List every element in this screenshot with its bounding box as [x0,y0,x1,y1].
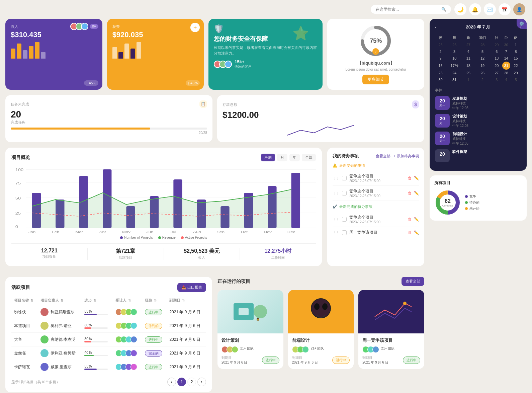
calendar-day[interactable]: 25 [435,42,446,48]
todo-edit-4[interactable]: ✏️ [414,230,419,235]
todo-checkbox-2[interactable] [342,191,347,195]
todo-delete-4[interactable]: 🗑 [408,230,412,235]
page-2-button[interactable]: 2 [187,378,196,386]
event-time: 中午 12:05 [452,141,521,146]
calendar-day[interactable]: 19 [474,62,491,70]
calendar-day[interactable]: 1 [463,76,474,83]
page-1-button[interactable]: 1 [177,378,186,386]
calendar-gear-button[interactable]: ⚙️ [517,19,527,29]
event-date-day: 周一 [438,139,447,143]
calendar-day[interactable]: 21 [502,62,510,70]
search-input[interactable] [375,7,439,12]
calendar-day[interactable]: 30 [502,42,510,48]
calendar-day[interactable]: 14 [502,55,510,62]
todo-delete-3[interactable]: 🗑 [408,217,412,222]
todo-delete-1[interactable]: 🗑 [408,176,412,180]
calendar-day[interactable]: 24 [446,70,463,76]
calendar-day[interactable]: 27 [491,70,502,76]
calendar-day[interactable]: 18 [463,62,474,70]
todo-delete-2[interactable]: 🗑 [408,191,412,195]
tab-year[interactable]: 年 [289,154,300,161]
calendar-day[interactable]: 23 [435,70,446,76]
tab-month[interactable]: 月 [277,154,287,161]
cal-next-button[interactable]: › [520,24,521,30]
export-report-button[interactable]: 📤 出口报告 [177,283,206,292]
calendar-day[interactable]: 5 [510,76,521,83]
todo-edit-3[interactable]: ✏️ [414,217,419,222]
calendar-day[interactable]: 15 [510,55,521,62]
todo-text-1: 竞争这个项目 2023-12-26 07:15:00 [349,173,405,183]
todo-checkbox-3[interactable] [342,217,347,222]
svg-point-42 [312,299,330,318]
theme-toggle-button[interactable]: 🌙 [454,3,466,15]
rp-assignee-3 [302,346,309,353]
rp-team-label: 21+ 团队 [311,346,324,353]
calendar-day[interactable]: 22 [510,62,521,70]
calendar-day[interactable]: 2 [474,76,491,83]
tab-all[interactable]: 全部 [302,154,316,161]
calendar-day[interactable]: 28 [502,70,510,76]
calendar-day[interactable]: 29 [510,70,521,76]
calendar-day[interactable]: 4 [463,48,474,55]
th-progress[interactable]: 进步 ⇅ [82,296,113,305]
expense-bar-chart [112,42,199,59]
calendar-day[interactable]: 3 [446,48,463,55]
calendar-day[interactable]: 27 [463,42,474,48]
next-page-button[interactable]: › [197,378,206,386]
mail-button[interactable]: ✉️ [484,3,496,15]
calendar-day[interactable]: 3 [491,76,502,83]
calendar-day[interactable]: 30 [435,76,446,83]
calendar-day[interactable]: 31 [446,76,463,83]
assignee-4 [130,322,137,329]
user-avatar-button[interactable]: 👤 [513,3,525,15]
calendar-day[interactable]: 26 [446,42,463,48]
stat-revenue-label: 收入 [164,255,240,260]
calendar-day[interactable]: 16 [435,62,446,70]
td-status: 进行中 [142,360,167,374]
todo-add-link[interactable]: + 添加待办事项 [394,154,419,159]
th-manager[interactable]: 项目负责人 ⇅ [38,296,82,305]
calendar-day[interactable]: 2 [435,48,446,55]
calendar-day[interactable]: 5 [474,48,491,55]
calendar-day[interactable]: 9 [435,55,446,62]
calendar-day[interactable]: 28 [474,42,491,48]
calendar-day[interactable]: 8 [510,48,521,55]
drag-handle-3[interactable]: ⋮⋮ [333,218,339,221]
calendar-day[interactable]: 25 [463,70,474,76]
notifications-button[interactable]: 🔔 [469,3,481,15]
cal-prev-button[interactable]: ‹ [435,24,437,30]
tab-week[interactable]: 星期 [261,154,275,161]
todo-edit-1[interactable]: ✏️ [414,176,419,180]
calendar-day[interactable]: 4 [502,76,510,83]
todo-edit-2[interactable]: ✏️ [414,191,419,195]
calendar-day[interactable]: 12 [474,55,491,62]
drag-handle-1[interactable]: ⋮⋮ [333,176,339,180]
bottom-section: 活跃项目 📤 出口报告 项目名称 ⇅ 项目负责人 ⇅ 进步 ⇅ [5,271,424,392]
th-status[interactable]: 旺位 ⇅ [142,296,167,305]
rp-view-all-button[interactable]: 查看全部 [402,277,424,286]
rp-card-title: 前端设计 [292,337,350,343]
calendar-day[interactable]: 29 [491,42,502,48]
progress-detail-button[interactable]: 更多细节 [362,75,389,84]
calendar-day[interactable]: 7 [502,48,510,55]
th-assignee[interactable]: 受让人 ⇅ [113,296,142,305]
calendar-day[interactable]: 10 [446,55,463,62]
calendar-day[interactable]: 1 [510,42,521,48]
calendar-button[interactable]: 📅 [499,3,511,15]
calendar-day[interactable]: 17号 [446,62,463,70]
calendar-day[interactable]: 6 [491,48,502,55]
rp-card-team: 21+ 团队 [362,346,420,353]
calendar-day[interactable]: 11 [463,55,474,62]
drag-handle-2[interactable]: ⋮⋮ [333,191,339,195]
th-due[interactable]: 到期日 ⇅ [167,296,206,305]
calendar-day[interactable]: 20 [491,62,502,70]
todo-view-all-link[interactable]: 查看全部 [376,154,390,159]
calendar-day[interactable]: 13 [491,55,502,62]
todo-checkbox-4[interactable] [342,230,347,235]
calendar-day[interactable]: 26 [474,70,491,76]
prev-page-button[interactable]: ‹ [167,378,176,386]
td-manager: 伊利亚·詹姆斯 [38,346,82,360]
th-name[interactable]: 项目名称 ⇅ [11,296,38,305]
drag-handle-4[interactable]: ⋮⋮ [333,231,339,234]
todo-checkbox-1[interactable] [342,176,347,180]
